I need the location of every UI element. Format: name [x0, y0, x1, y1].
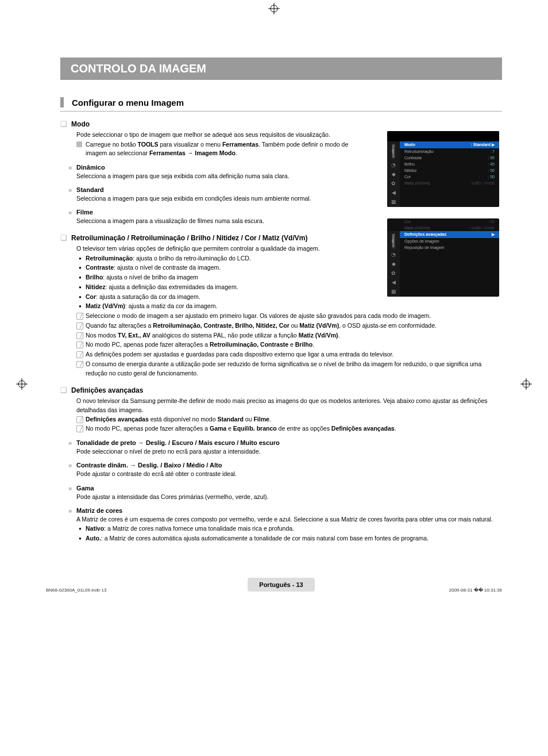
- osd-row: Brilho: 45: [400, 161, 499, 167]
- print-footer-line: BN68-02360A_01L09.indb 13 2009-08-31 �� …: [46, 588, 502, 593]
- square-bullet-icon: ❏: [60, 233, 67, 242]
- bullet-item: Contraste: ajusta o nível de contraste d…: [60, 263, 365, 273]
- osd-icon: ✿: [391, 270, 396, 276]
- square-icon: ■: [68, 164, 72, 171]
- note-item: O consumo de energia durante a utilizaçã…: [60, 360, 502, 378]
- osd-row: Contraste: 95: [400, 155, 499, 161]
- option-title: Matriz de cores: [76, 507, 122, 514]
- note-item: No modo PC, apenas pode fazer alterações…: [60, 340, 502, 350]
- body-text: Pode seleccionar o tipo de imagem que me…: [60, 131, 365, 139]
- subsection-retroiluminacao: ❏ Retroiluminação / Retroiluminação / Br…: [60, 233, 365, 242]
- bullet-item: Brilho: ajusta o nível de brilho da imag…: [60, 273, 365, 282]
- osd-icon: ◀: [392, 279, 396, 285]
- option-title: Contraste dinâm. → Deslig. / Baixo / Méd…: [76, 462, 222, 469]
- body-text: O televisor tem várias opções de definiç…: [60, 244, 365, 253]
- section-header-text: Configurar o menu Imagem: [72, 98, 184, 108]
- bullet-item: Nitidez: ajusta a definição das extremid…: [60, 283, 365, 292]
- note-item: Definições avançadas está disponível no …: [60, 415, 502, 424]
- osd-row: Matiz (Vd/Vm): Vd50 / Vm50: [400, 225, 499, 231]
- subsection-title: Modo: [71, 120, 90, 128]
- square-icon: ■: [68, 187, 72, 193]
- option-title: Filme: [76, 209, 93, 216]
- bullet-item: Retroiluminação: ajusta o brilho da retr…: [60, 254, 365, 263]
- option-standard: ■ Standard: [60, 186, 365, 193]
- osd-icon: ◆: [392, 171, 396, 177]
- section-header: Configurar o menu Imagem: [60, 97, 502, 112]
- osd-row: Matiz (Vd/Vm): Vd50 / Vm50: [400, 180, 499, 186]
- tools-note: Carregue no botão TOOLS para visualizar …: [60, 140, 365, 158]
- bullet-item: Nativo: a Matriz de cores nativa fornece…: [60, 524, 502, 534]
- osd-row: Opções de imagem: [400, 238, 499, 244]
- osd-icon: ◔: [391, 162, 396, 168]
- option-title: Gama: [76, 485, 94, 492]
- page-title-banner: CONTROLO DA IMAGEM: [60, 57, 502, 80]
- osd-preview-panel: Imagem ◔ ◆ ✿ ◀ ▦ Modo: Standard ▶ Retroi…: [387, 131, 499, 207]
- body-text: A Matriz de cores é um esquema de cores …: [60, 515, 502, 524]
- osd-row: Cor: 50: [400, 218, 499, 225]
- square-icon: ■: [68, 508, 72, 514]
- print-timestamp: 2009-08-31 �� 10:31:36: [449, 588, 502, 593]
- osd-row: Retroiluminação: 7: [400, 148, 499, 155]
- body-text: Selecciona a imagem para que seja exibid…: [60, 194, 365, 203]
- body-text: Pode ajustar o contraste do ecrã até obt…: [60, 470, 502, 478]
- osd-row: Reposição de imagem: [400, 244, 499, 251]
- osd-rows: Modo: Standard ▶ Retroiluminação: 7 Cont…: [400, 141, 499, 207]
- note-item: No modo PC, apenas pode fazer alterações…: [60, 424, 502, 433]
- osd-row: Cor: 50: [400, 174, 499, 180]
- square-icon: ■: [68, 440, 72, 446]
- osd-tab-label: Imagem: [392, 233, 395, 248]
- osd-header: [387, 131, 499, 141]
- option-tonalidade: ■ Tonalidade de preto → Deslig. / Escuro…: [60, 439, 502, 446]
- osd-icon: ▦: [391, 289, 396, 294]
- subsection-title: Definições avançadas: [71, 386, 143, 394]
- option-matriz-cores: ■ Matriz de cores: [60, 507, 502, 514]
- osd-preview-panel: Cor: 50 Matiz (Vd/Vm): Vd50 / Vm50 Image…: [387, 218, 499, 297]
- option-title: Standard: [76, 186, 104, 193]
- body-text: Pode seleccionar o nível de preto no ecr…: [60, 447, 502, 456]
- square-icon: ■: [68, 485, 72, 492]
- bullet-item: Matiz (Vd/Vm): ajusta a matiz da cor da …: [60, 302, 365, 311]
- osd-sidebar: Imagem ◔ ◆ ✿ ◀ ▦: [387, 141, 400, 207]
- osd-icon: ▦: [391, 199, 396, 205]
- body-text: Pode ajustar a intensidade das Cores pri…: [60, 493, 502, 501]
- option-title: Tonalidade de preto → Deslig. / Escuro /…: [76, 439, 280, 446]
- bullet-item: Auto.: a Matriz de cores automática ajus…: [60, 534, 502, 543]
- option-title: Dinâmico: [76, 164, 105, 171]
- square-icon: ■: [68, 209, 72, 216]
- option-gama: ■ Gama: [60, 485, 502, 492]
- note-item: Nos modos TV, Ext., AV analógicos do sis…: [60, 331, 502, 340]
- osd-icon: ◆: [392, 261, 396, 267]
- osd-row: Nitidez: 50: [400, 167, 499, 174]
- square-bullet-icon: ❏: [60, 120, 67, 128]
- option-dinamico: ■ Dinâmico: [60, 164, 365, 171]
- body-text: Selecciona a imagem para a visualização …: [60, 217, 365, 225]
- note-item: Quando faz alterações a Retroiluminação,…: [60, 321, 502, 331]
- osd-row: Definições avançadas▶: [400, 231, 499, 238]
- note-item: As definições podem ser ajustadas e guar…: [60, 350, 502, 359]
- square-bullet-icon: ❏: [60, 386, 67, 394]
- square-icon: ■: [68, 462, 72, 469]
- header-accent-bar: [60, 97, 64, 108]
- osd-icon: ✿: [391, 181, 396, 186]
- osd-tab-label: Imagem: [392, 144, 395, 159]
- bullet-item: Cor: ajusta a saturação da cor da imagem…: [60, 293, 365, 302]
- note-item: Seleccione o modo de imagem a ser ajusta…: [60, 312, 502, 321]
- subsection-modo: ❏ Modo: [60, 120, 365, 128]
- subsection-avancadas: ❏ Definições avançadas: [60, 386, 502, 394]
- option-contraste-dinam: ■ Contraste dinâm. → Deslig. / Baixo / M…: [60, 462, 502, 469]
- print-file-name: BN68-02360A_01L09.indb 13: [46, 588, 106, 593]
- option-filme: ■ Filme: [60, 209, 365, 216]
- body-text: Selecciona a imagem para que seja exibid…: [60, 172, 365, 181]
- osd-icon: ◔: [391, 252, 396, 258]
- osd-row: Modo: Standard ▶: [400, 141, 499, 148]
- body-text: O novo televisor da Samsung permite-lhe …: [60, 397, 502, 414]
- subsection-title: Retroiluminação / Retroiluminação / Bril…: [71, 234, 307, 242]
- osd-sidebar: Imagem ◔ ◆ ✿ ◀ ▦: [387, 231, 400, 297]
- osd-icon: ◀: [392, 190, 396, 195]
